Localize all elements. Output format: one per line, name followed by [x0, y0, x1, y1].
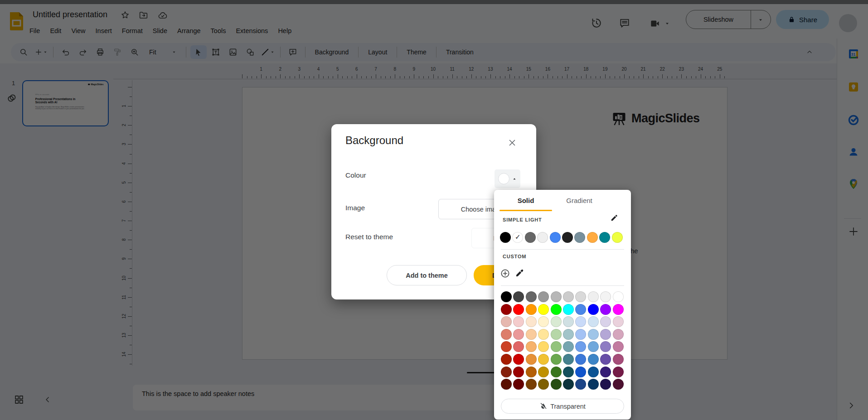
theme-color-swatch[interactable]	[550, 232, 561, 243]
add-to-theme-button[interactable]: Add to theme	[387, 265, 467, 285]
color-swatch[interactable]	[563, 379, 574, 390]
color-swatch[interactable]	[600, 341, 611, 352]
color-swatch[interactable]	[526, 316, 537, 327]
color-swatch[interactable]	[613, 291, 624, 302]
color-swatch[interactable]	[501, 367, 512, 377]
theme-colors-section-label: SIMPLE LIGHT	[503, 217, 542, 222]
theme-color-swatch[interactable]	[500, 232, 511, 243]
color-swatch[interactable]	[600, 316, 611, 327]
color-swatch[interactable]	[526, 329, 537, 340]
color-swatch[interactable]	[588, 329, 599, 340]
color-swatch[interactable]	[551, 291, 562, 302]
color-swatch[interactable]	[513, 291, 524, 302]
color-swatch[interactable]	[538, 354, 549, 365]
color-swatch[interactable]	[600, 304, 611, 315]
color-swatch[interactable]	[588, 379, 599, 390]
color-swatch[interactable]	[588, 354, 599, 365]
color-swatch[interactable]	[613, 304, 624, 315]
color-swatch[interactable]	[588, 316, 599, 327]
color-swatch[interactable]	[551, 329, 562, 340]
color-swatch[interactable]	[613, 341, 624, 352]
color-swatch[interactable]	[538, 291, 549, 302]
color-swatch[interactable]	[501, 341, 512, 352]
color-swatch[interactable]	[563, 291, 574, 302]
transparent-button[interactable]: Transparent	[501, 399, 624, 414]
color-swatch[interactable]	[551, 304, 562, 315]
color-swatch[interactable]	[501, 304, 512, 315]
add-custom-colour-icon[interactable]	[500, 268, 510, 279]
color-swatch[interactable]	[575, 316, 586, 327]
color-swatch[interactable]	[526, 341, 537, 352]
color-swatch[interactable]	[563, 341, 574, 352]
theme-color-swatch[interactable]	[562, 232, 573, 243]
color-swatch[interactable]	[613, 367, 624, 377]
color-swatch[interactable]	[575, 354, 586, 365]
theme-color-swatch[interactable]	[537, 232, 548, 243]
color-swatch[interactable]	[526, 367, 537, 377]
color-swatch[interactable]	[513, 367, 524, 377]
color-swatch[interactable]	[538, 341, 549, 352]
color-swatch[interactable]	[613, 316, 624, 327]
color-swatch[interactable]	[551, 316, 562, 327]
color-swatch[interactable]	[551, 367, 562, 377]
color-swatch[interactable]	[575, 291, 586, 302]
color-swatch[interactable]	[575, 341, 586, 352]
color-swatch[interactable]	[538, 316, 549, 327]
color-swatch[interactable]	[538, 304, 549, 315]
color-swatch[interactable]	[575, 367, 586, 377]
color-swatch[interactable]	[526, 304, 537, 315]
color-swatch[interactable]	[501, 291, 512, 302]
color-swatch[interactable]	[600, 367, 611, 377]
color-swatch[interactable]	[613, 329, 624, 340]
theme-color-swatch[interactable]	[599, 232, 610, 243]
color-swatch[interactable]	[600, 354, 611, 365]
picker-divider	[501, 249, 624, 250]
colour-swatch-dropdown[interactable]	[495, 169, 520, 188]
color-swatch[interactable]	[613, 354, 624, 365]
color-swatch[interactable]	[513, 354, 524, 365]
color-swatch[interactable]	[588, 341, 599, 352]
color-swatch[interactable]	[538, 379, 549, 390]
eyedropper-icon[interactable]	[514, 268, 524, 279]
color-swatch[interactable]	[526, 354, 537, 365]
color-swatch[interactable]	[551, 341, 562, 352]
color-swatch[interactable]	[513, 329, 524, 340]
color-swatch[interactable]	[600, 291, 611, 302]
color-swatch[interactable]	[513, 341, 524, 352]
color-swatch[interactable]	[538, 329, 549, 340]
color-swatch[interactable]	[575, 379, 586, 390]
edit-theme-pencil-icon[interactable]	[610, 213, 619, 222]
color-swatch[interactable]	[501, 316, 512, 327]
color-swatch[interactable]	[588, 304, 599, 315]
color-swatch[interactable]	[613, 379, 624, 390]
color-swatch[interactable]	[526, 291, 537, 302]
color-swatch[interactable]	[513, 379, 524, 390]
color-swatch[interactable]	[563, 316, 574, 327]
color-swatch[interactable]	[563, 329, 574, 340]
theme-color-swatch[interactable]	[587, 232, 598, 243]
color-swatch[interactable]	[575, 329, 586, 340]
theme-color-swatch[interactable]	[612, 232, 623, 243]
color-swatch[interactable]	[563, 354, 574, 365]
color-swatch[interactable]	[575, 304, 586, 315]
color-swatch[interactable]	[526, 379, 537, 390]
close-icon[interactable]	[507, 138, 517, 148]
color-swatch[interactable]	[538, 367, 549, 377]
color-swatch[interactable]	[501, 354, 512, 365]
theme-color-swatch[interactable]: ✓	[512, 232, 523, 243]
color-swatch[interactable]	[501, 379, 512, 390]
color-swatch[interactable]	[600, 379, 611, 390]
color-swatch[interactable]	[563, 304, 574, 315]
theme-color-swatch[interactable]	[525, 232, 536, 243]
color-swatch[interactable]	[551, 379, 562, 390]
theme-color-swatch[interactable]	[574, 232, 585, 243]
color-swatch[interactable]	[600, 329, 611, 340]
color-swatch[interactable]	[513, 316, 524, 327]
color-swatch[interactable]	[588, 291, 599, 302]
color-swatch[interactable]	[501, 329, 512, 340]
color-swatch[interactable]	[563, 367, 574, 377]
color-swatch[interactable]	[513, 304, 524, 315]
color-swatch[interactable]	[588, 367, 599, 377]
color-swatch[interactable]	[551, 354, 562, 365]
tab-gradient[interactable]: Gradient	[548, 190, 611, 211]
